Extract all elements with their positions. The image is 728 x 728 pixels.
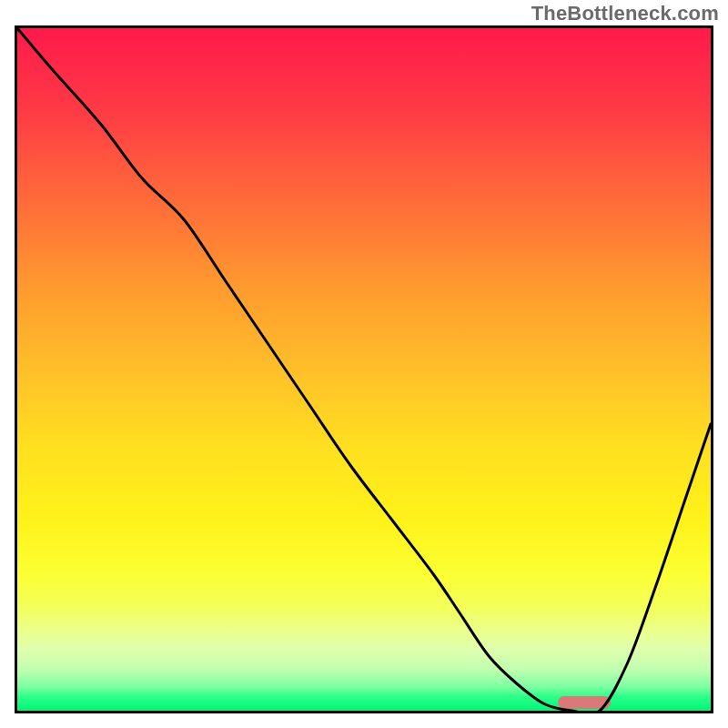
bottleneck-curve [17,28,711,711]
chart-frame: TheBottleneck.com [0,0,728,728]
curve-layer [17,28,711,711]
watermark-text: TheBottleneck.com [531,2,719,25]
plot-area [15,25,713,713]
